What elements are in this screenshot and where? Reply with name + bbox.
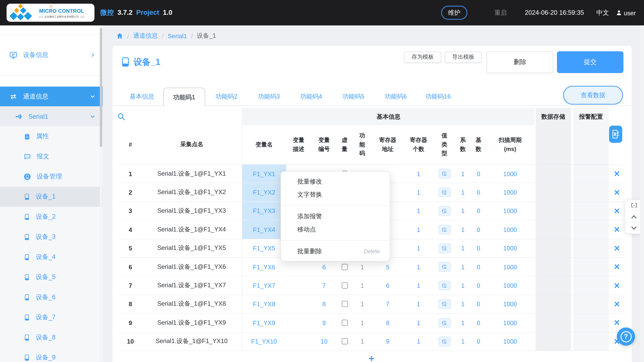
excel-export-button[interactable]	[609, 125, 622, 143]
variable-name[interactable]: F1_YX3	[253, 207, 275, 215]
user-menu[interactable]: user	[616, 9, 636, 16]
alarm-config-cell[interactable]	[572, 332, 610, 351]
alarm-config-cell[interactable]	[572, 202, 610, 220]
sidebar-item-device[interactable]: 设备_5	[0, 267, 103, 287]
value-type-badge[interactable]: 位	[438, 337, 450, 346]
register-count-cell[interactable]: 1	[403, 221, 434, 239]
tab-function-code[interactable]: 功能码3	[248, 87, 290, 106]
value-type-cell[interactable]: 位	[434, 276, 455, 295]
register-count-cell[interactable]: 1	[403, 239, 434, 257]
data-storage-cell[interactable]	[534, 183, 572, 201]
value-type-cell[interactable]: 位	[434, 202, 455, 220]
register-count-cell[interactable]: 1	[403, 258, 434, 276]
menu-item-add-alarm[interactable]: 添加报警	[281, 210, 390, 223]
scan-period-cell[interactable]: 1000	[486, 221, 534, 239]
variable-desc-cell[interactable]	[286, 332, 311, 351]
base-cell[interactable]: 0	[471, 202, 486, 220]
variable-name[interactable]: F1_YX1	[253, 170, 275, 177]
variable-name[interactable]: F1_YX4	[253, 226, 275, 233]
scan-period-cell[interactable]: 1000	[486, 239, 534, 257]
delete-button[interactable]: 删除	[487, 51, 553, 73]
alarm-config-cell[interactable]	[572, 295, 610, 313]
data-storage-cell[interactable]	[534, 258, 572, 276]
base-cell[interactable]: 0	[471, 258, 486, 276]
register-count-cell[interactable]: 1	[403, 165, 434, 183]
breadcrumb-serial[interactable]: Serial1	[168, 32, 187, 39]
scan-period-cell[interactable]: 1000	[486, 202, 534, 220]
register-address-cell[interactable]: 9	[372, 332, 403, 351]
coefficient-cell[interactable]: 1	[455, 295, 471, 313]
register-count-cell[interactable]: 1	[403, 202, 434, 220]
variable-number-cell[interactable]: 10	[311, 332, 337, 351]
virtual-checkbox[interactable]	[342, 320, 348, 326]
scan-period-cell[interactable]: 1000	[486, 183, 534, 201]
variable-name-cell[interactable]: F1_YX7	[242, 276, 286, 295]
data-storage-cell[interactable]	[534, 295, 572, 313]
variable-desc-cell[interactable]	[286, 314, 311, 332]
value-type-cell[interactable]: 位	[434, 295, 455, 313]
variable-desc-cell[interactable]	[286, 295, 311, 313]
delete-row-icon[interactable]	[614, 225, 620, 234]
scan-period-cell[interactable]: 1000	[486, 295, 534, 313]
coefficient-cell[interactable]: 1	[455, 258, 471, 276]
delete-row-icon[interactable]	[614, 243, 620, 253]
variable-name-cell[interactable]: F1_YX1	[242, 165, 286, 183]
variable-number-cell[interactable]: 9	[311, 314, 337, 332]
value-type-badge[interactable]: 位	[438, 243, 450, 253]
sidebar-item-device[interactable]: 设备_9	[0, 348, 103, 362]
value-type-badge[interactable]: 位	[438, 281, 450, 290]
sidebar-item-device[interactable]: 设备_4	[0, 247, 103, 267]
sidebar-item-device[interactable]: 设备_6	[0, 287, 103, 307]
variable-name-cell[interactable]: F1_YX4	[242, 221, 286, 239]
variable-name-cell[interactable]: F1_YX8	[242, 295, 286, 313]
scan-period-cell[interactable]: 1000	[486, 258, 534, 276]
menu-item-move-point[interactable]: 移动点	[281, 223, 390, 236]
alarm-config-cell[interactable]	[572, 314, 610, 332]
tab-function-code[interactable]: 功能码2	[205, 87, 248, 106]
value-type-cell[interactable]: 位	[434, 239, 455, 257]
data-storage-cell[interactable]	[534, 239, 572, 257]
variable-number-cell[interactable]: 7	[311, 276, 337, 295]
sidebar-item-device[interactable]: 设备_8	[0, 328, 103, 348]
variable-name-cell[interactable]: F1_YX2	[242, 183, 286, 201]
alarm-config-cell[interactable]	[572, 258, 610, 276]
delete-row-icon[interactable]	[614, 169, 620, 179]
variable-name[interactable]: F1_YX7	[253, 282, 275, 289]
variable-name-cell[interactable]: F1_YX3	[242, 202, 286, 220]
sidebar-item-serial1[interactable]: Serial1	[0, 106, 103, 126]
sidebar-item-device[interactable]: 设备_2	[0, 207, 103, 227]
alarm-config-cell[interactable]	[572, 239, 610, 257]
tab-function-code[interactable]: 功能码16	[417, 87, 459, 106]
menu-item-batch-edit[interactable]: 批量修改	[281, 175, 390, 188]
coefficient-cell[interactable]: 1	[455, 276, 471, 295]
tab-function-code[interactable]: 功能码1	[163, 87, 205, 106]
scan-period-cell[interactable]: 1000	[486, 332, 534, 351]
variable-name-cell[interactable]: F1_YX5	[242, 239, 286, 257]
sidebar-item-device-manage[interactable]: 设备管理	[0, 167, 103, 187]
delete-row-icon[interactable]	[614, 187, 620, 197]
tab-function-code[interactable]: 功能码6	[374, 87, 417, 106]
sidebar-item-attributes[interactable]: 属性	[0, 126, 103, 146]
register-address-cell[interactable]: 8	[372, 314, 403, 332]
delete-row-icon[interactable]	[614, 299, 620, 309]
value-type-badge[interactable]: 位	[438, 262, 450, 272]
home-icon[interactable]	[116, 32, 123, 39]
coefficient-cell[interactable]: 1	[455, 314, 471, 332]
value-type-cell[interactable]: 位	[434, 314, 455, 332]
value-type-badge[interactable]: 位	[438, 169, 450, 178]
register-count-cell[interactable]: 1	[403, 276, 434, 295]
value-type-cell[interactable]: 位	[434, 221, 455, 239]
coefficient-cell[interactable]: 1	[455, 165, 471, 183]
coefficient-cell[interactable]: 1	[455, 202, 471, 220]
sidebar-item-device-info[interactable]: 设备信息	[0, 34, 103, 76]
base-cell[interactable]: 0	[471, 221, 486, 239]
data-storage-cell[interactable]	[534, 314, 572, 332]
base-cell[interactable]: 0	[471, 165, 486, 183]
variable-desc-cell[interactable]	[286, 276, 311, 295]
data-storage-cell[interactable]	[534, 332, 572, 351]
sidebar-scrollbar-thumb[interactable]	[100, 28, 102, 147]
value-type-cell[interactable]: 位	[434, 183, 455, 201]
alarm-config-cell[interactable]	[572, 221, 610, 239]
sidebar-item-device[interactable]: 设备_7	[0, 307, 103, 328]
restart-button[interactable]: 重启	[494, 9, 507, 17]
